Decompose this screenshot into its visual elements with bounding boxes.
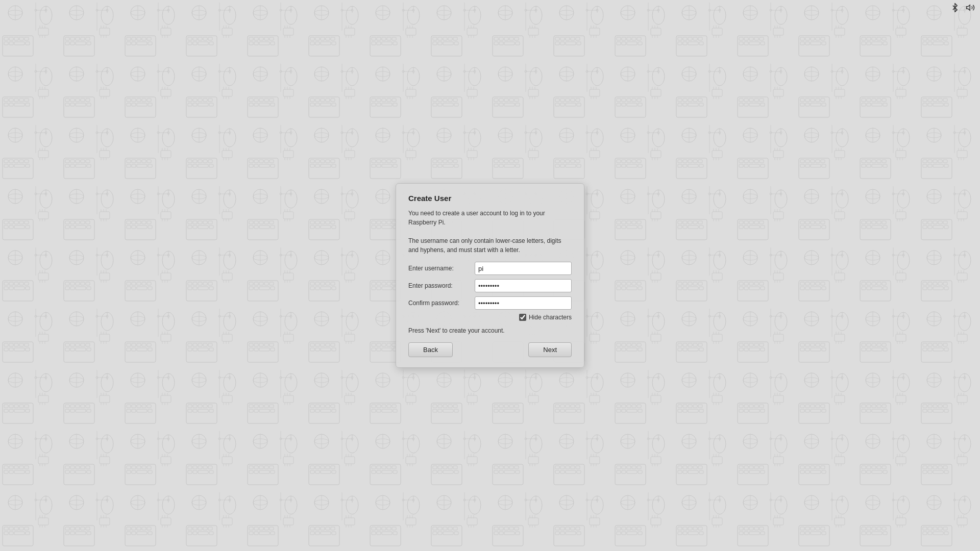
password-label: Enter password: — [408, 282, 475, 289]
confirm-password-row: Confirm password: — [408, 296, 572, 310]
username-row: Enter username: — [408, 262, 572, 275]
confirm-password-input[interactable] — [475, 296, 572, 310]
dialog-buttons: Back Next — [408, 342, 572, 357]
confirm-password-label: Confirm password: — [408, 299, 475, 307]
next-button[interactable]: Next — [528, 342, 572, 357]
back-button[interactable]: Back — [408, 342, 453, 357]
hide-characters-row: Hide characters — [408, 314, 572, 321]
username-input[interactable] — [475, 262, 572, 275]
create-user-dialog: Create User You need to create a user ac… — [396, 183, 584, 368]
hide-characters-checkbox[interactable] — [519, 314, 526, 321]
dialog-overlay: Create User You need to create a user ac… — [0, 0, 980, 551]
hide-characters-label[interactable]: Hide characters — [529, 314, 572, 321]
dialog-title: Create User — [408, 194, 572, 203]
password-row: Enter password: — [408, 279, 572, 292]
username-label: Enter username: — [408, 265, 475, 272]
dialog-description: You need to create a user account to log… — [408, 209, 572, 255]
password-input[interactable] — [475, 279, 572, 292]
press-next-hint: Press 'Next' to create your account. — [408, 327, 572, 334]
